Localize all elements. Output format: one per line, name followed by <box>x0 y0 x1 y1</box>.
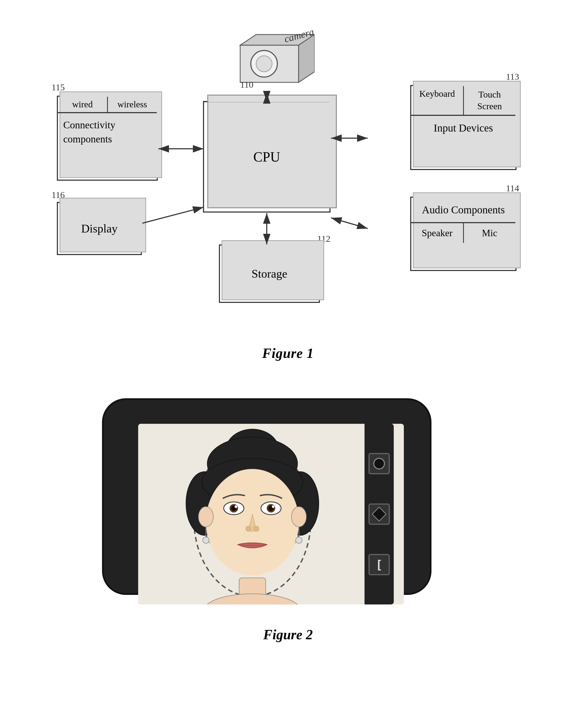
diamond-icon <box>372 507 387 522</box>
svg-line-14 <box>142 207 203 223</box>
connectivity-ref-label: 115 <box>52 82 65 92</box>
svg-point-42 <box>272 505 275 508</box>
cpu-label: CPU <box>253 149 280 165</box>
svg-line-16 <box>331 218 368 229</box>
input-ref-label: 113 <box>506 72 519 82</box>
side-button-bracket[interactable]: [ <box>369 554 390 575</box>
input-keyboard-label: Keyboard <box>411 86 464 115</box>
display-label: Display <box>81 222 118 235</box>
storage-label: Storage <box>252 267 287 281</box>
audio-speaker-label: Speaker <box>411 223 464 243</box>
connectivity-main-label: Connectivity components <box>58 113 157 151</box>
figure2-title: Figure 2 <box>32 627 544 642</box>
audio-components-box: Audio Components Speaker Mic <box>410 197 517 271</box>
phone-body: [ <box>102 398 431 595</box>
figure1-title: Figure 1 <box>32 345 544 361</box>
storage-box: Storage <box>219 244 320 303</box>
input-devices-box: Keyboard Touch Screen Input Devices <box>410 85 517 170</box>
input-main-label: Input Devices <box>411 116 515 140</box>
svg-point-34 <box>296 537 302 543</box>
connectivity-box: wired wireless Connectivity components <box>57 96 158 181</box>
phone-screen <box>138 424 404 605</box>
svg-point-30 <box>291 507 306 527</box>
camera-ref-label: 110 <box>240 80 254 90</box>
side-button-diamond[interactable] <box>369 503 390 525</box>
connectivity-top: wired wireless <box>58 97 157 113</box>
connectivity-wired-label: wired <box>58 97 108 112</box>
cpu-box: CPU <box>203 101 330 212</box>
figure1-diagram: camera 110 CPU wired wireless Connectivi… <box>49 21 527 340</box>
bracket-icon: [ <box>376 558 383 572</box>
svg-point-32 <box>203 537 209 543</box>
input-top: Keyboard Touch Screen <box>411 86 515 116</box>
side-button-circle[interactable] <box>369 453 390 474</box>
svg-point-43 <box>246 526 251 531</box>
svg-point-4 <box>256 56 272 72</box>
svg-point-44 <box>254 526 259 531</box>
connectivity-wireless-label: wireless <box>108 97 157 112</box>
svg-point-29 <box>199 507 213 527</box>
display-box: Display <box>57 202 142 255</box>
circle-icon <box>373 458 385 469</box>
input-touchscreen-label: Touch Screen <box>464 86 516 115</box>
svg-point-38 <box>235 505 237 508</box>
face-illustration <box>138 424 404 605</box>
audio-bottom: Speaker Mic <box>411 223 515 243</box>
audio-main-label: Audio Components <box>411 198 515 223</box>
side-buttons-panel: [ <box>365 424 394 605</box>
figure2-diagram: [ 210 211 <box>76 382 500 621</box>
audio-ref-label: 114 <box>506 183 519 194</box>
camera-component: camera <box>219 21 315 96</box>
audio-mic-label: Mic <box>464 223 516 243</box>
